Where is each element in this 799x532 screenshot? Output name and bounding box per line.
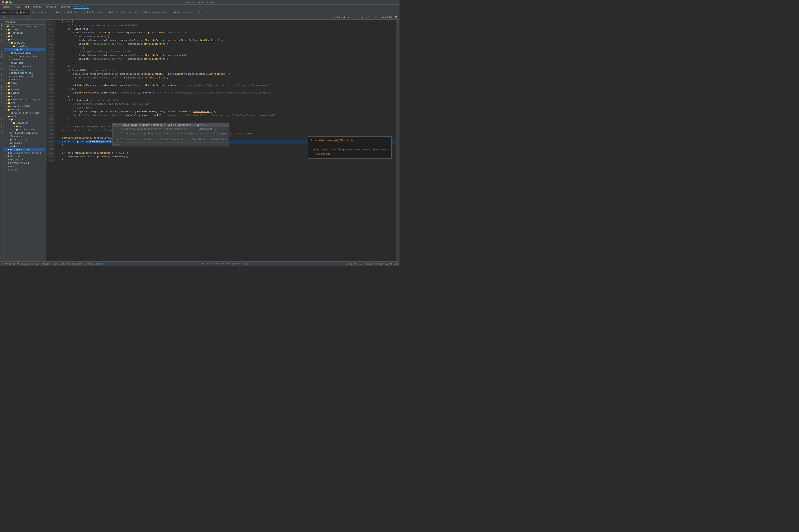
menu-item-catalina[interactable]: catalina xyxy=(44,5,57,8)
tab-unixfs[interactable]: UnixFileSystem.java ✕ xyxy=(107,10,143,15)
run-icon[interactable]: ▶ xyxy=(334,16,335,19)
tooltip-item-1[interactable]: ▶ "/Users/quyixiao/gitlab/tomcat/conf/Ca… xyxy=(112,131,229,136)
tab-futuretask[interactable]: FutureTask.java ✕ xyxy=(54,10,85,15)
tree-item-catalina-policy[interactable]: ▪ catalina.policy xyxy=(4,51,45,55)
tree-item-gitattributes[interactable]: ▪ .gitattributes xyxy=(4,138,45,141)
tree-item-gitignore[interactable]: ▪ .gitignore xyxy=(4,141,45,145)
tree-item-build-props-default[interactable]: ▪ build.properties.default xyxy=(4,151,45,155)
tab-constants[interactable]: Constants.java ✕ xyxy=(143,10,172,15)
tab-close-unixfs[interactable]: ✕ xyxy=(139,11,141,14)
tree-item-catalina-props[interactable]: ▪ catalina.properties xyxy=(4,55,45,58)
tree-item-localhost[interactable]: ▼ 📁 localhost xyxy=(4,45,45,48)
status-event-log[interactable]: Event Log xyxy=(386,263,398,265)
tree-item-web-xml[interactable]: ◈ web.xml xyxy=(4,78,45,81)
tree-item-keys[interactable]: ▪ KEYS xyxy=(4,165,45,168)
tooltip-item-2-expand[interactable]: ▶ xyxy=(117,138,118,141)
tree-item-build-props[interactable]: ▪ build.properties xyxy=(4,148,45,151)
resume-icon[interactable]: ▶ xyxy=(362,16,363,19)
project-label[interactable]: Project xyxy=(4,16,14,19)
tree-item-servelet-test[interactable]: ▶ 📁 servelet-test-1.0 xyxy=(4,128,45,131)
tree-item-work-catalina[interactable]: ▼ 📁 Catalina xyxy=(4,118,45,121)
maximize-button[interactable] xyxy=(9,1,12,3)
tree-item-output[interactable]: ▶ 📁 output xyxy=(4,91,45,95)
vtab-project[interactable]: Project xyxy=(0,20,3,32)
tree-item-hello[interactable]: ▪ hello.txt xyxy=(4,61,45,65)
git-check-icon-2[interactable]: ✓ xyxy=(377,16,379,19)
vtab-jdl[interactable]: JDL xyxy=(0,135,3,142)
menu-item-tomcat[interactable]: tomcat xyxy=(2,5,12,8)
tree-item-catalina[interactable]: ▼ 📁 Catalina xyxy=(4,41,45,45)
stop-icon[interactable]: ■ xyxy=(364,16,365,19)
menu-item-apache[interactable]: apache xyxy=(32,5,42,8)
toolbar-btn-settings[interactable]: ⚙ xyxy=(24,16,27,19)
tree-item-res[interactable]: ▶ 📁 res xyxy=(4,95,45,98)
tab-standardcontext[interactable]: StandardContext.java ✕ xyxy=(172,10,209,15)
tree-item-context-xml[interactable]: ◈ context.xml xyxy=(4,58,45,61)
menu-item-org[interactable]: org xyxy=(24,5,30,8)
tree-item-servelet-war[interactable]: ▪ servelet-test-1.0.war xyxy=(4,111,45,115)
tree-item-webapps[interactable]: ▼ 📁 webapps xyxy=(4,108,45,111)
run-config-label[interactable]: Bootstrap xyxy=(337,16,349,19)
tree-item-logging-props[interactable]: ▪ logging.properties xyxy=(4,65,45,68)
tree-item-project[interactable]: ▪ .project xyxy=(4,145,45,148)
status-branch[interactable]: master xyxy=(375,263,384,265)
tree-item-tomcat-build-libs[interactable]: ▶ 📁 tomcat-build-libs xyxy=(4,105,45,108)
tooltip-item-0-expand[interactable]: ▶ xyxy=(117,128,118,130)
status-build[interactable]: 🔨 Build xyxy=(17,263,29,265)
tree-item-mytest-xml[interactable]: ◈ mytest.xml xyxy=(4,48,45,51)
search-icon[interactable]: 🔍 xyxy=(395,16,398,19)
tooltip-item-1-expand[interactable]: ▶ xyxy=(117,132,118,135)
vtab-codota[interactable]: Codota xyxy=(0,96,3,107)
tree-item-ant-targets[interactable]: ◈ .ant-targets-build.xml xyxy=(4,131,45,135)
vtab-database[interactable]: Database xyxy=(0,83,3,96)
tab-file[interactable]: File.java ✕ xyxy=(85,10,107,15)
tab-close-futuretask[interactable]: ✕ xyxy=(81,11,82,14)
menu-item-hostconfig[interactable]: HostConfig xyxy=(73,5,89,9)
minimize-button[interactable] xyxy=(5,1,8,3)
tree-item-tomcat-users-xsd[interactable]: ▪ tomcat-users.xsd xyxy=(4,75,45,78)
tree-item-tomcat-users-xml[interactable]: ◈ tomcat-users.xml xyxy=(4,71,45,75)
rs-bookmark-icon[interactable]: ☰ xyxy=(396,20,400,25)
tree-item-work[interactable]: ▼ 📁 work xyxy=(4,115,45,118)
tree-item-java[interactable]: ▶ 📁 java xyxy=(4,81,45,85)
vtab-json-parser[interactable]: Json Parser xyxy=(0,66,3,83)
tree-item-license[interactable]: ▪ LICENSE xyxy=(4,168,45,171)
tooltip-item-2[interactable]: ▶ "/Users/quyixiao/gitlab/tomcat/conf/co… xyxy=(112,136,229,142)
tab-close-constants[interactable]: ✕ xyxy=(168,11,170,14)
tab-close-file[interactable]: ✕ xyxy=(103,11,105,14)
tab-close-standardcontext[interactable]: ✕ xyxy=(206,11,207,14)
debug-tooltip[interactable]: ▼ ⚬⚬ deployedApp.redeployResources = {Li… xyxy=(112,123,229,147)
debug-run-icon[interactable]: ▷ xyxy=(352,16,353,19)
close-button[interactable] xyxy=(2,1,4,3)
toolbar-btn-sort[interactable]: ↕ xyxy=(20,16,23,19)
vtab-big-data-tools[interactable]: Big Data Tools xyxy=(0,114,3,135)
tooltip-next-icon[interactable]: → xyxy=(117,143,119,146)
tree-item-logs[interactable]: ▶ 📁 logs xyxy=(4,85,45,88)
rs-arrow-icon[interactable]: ▷ xyxy=(396,26,400,31)
tree-item-modules[interactable]: ▶ 📁 modules xyxy=(4,88,45,91)
status-debug-tab[interactable]: Debug xyxy=(96,263,103,265)
vtab-structure[interactable]: Structure xyxy=(0,32,3,46)
tab-more[interactable]: » xyxy=(209,10,226,15)
tooltip-expand-icon[interactable]: ▼ xyxy=(114,124,116,126)
git-check-icon-3[interactable]: ✓ xyxy=(380,16,381,19)
toolbar-btn-structure[interactable]: ⊞ xyxy=(16,16,19,19)
tree-item-tomcat[interactable]: ▼ 📁 tomcat ~/gitlab/tomcat xyxy=(4,25,45,28)
status-profiler[interactable]: Profiler xyxy=(40,263,51,265)
tab-close-hostconfig[interactable]: ✕ xyxy=(27,11,28,14)
tree-item-classpath[interactable]: ▪ .classpath xyxy=(4,135,45,138)
step-over-icon[interactable]: ↷ xyxy=(355,16,356,19)
tree-item-src[interactable]: ▶ 📁 src xyxy=(4,101,45,105)
tooltip-item-0[interactable]: ▶ "/Users/quyixiao/gitlab/tomcat/webapps… xyxy=(112,127,229,131)
tree-item-mytest-folder[interactable]: ▶ 📁 mytest xyxy=(4,125,45,128)
tree-item-build-xml[interactable]: ◈ build.xml xyxy=(4,155,45,158)
tooltip-prev-icon[interactable]: ← xyxy=(114,143,116,146)
status-problems[interactable]: ⚠ Problems xyxy=(2,263,16,265)
tree-item-conf[interactable]: ▼ 📁 conf xyxy=(4,38,45,41)
tab-mytest[interactable]: mytest.xml ✕ xyxy=(31,10,54,15)
menu-item-java[interactable]: java xyxy=(14,5,21,8)
status-terminal[interactable]: Terminal xyxy=(83,263,95,265)
vtab-pull-requests[interactable]: Pull Requests xyxy=(0,46,3,66)
tab-hostconfig[interactable]: HostConfig.java ✕ xyxy=(0,10,31,15)
menu-item-startup[interactable]: startup xyxy=(60,5,71,8)
